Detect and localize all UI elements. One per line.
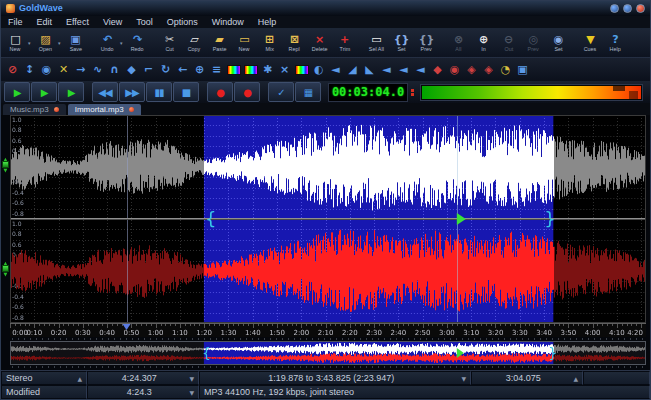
pause-button[interactable]: ▮▮ [146, 82, 172, 102]
open-button[interactable]: ▨Open [33, 30, 58, 56]
overview-canvas[interactable] [10, 338, 646, 368]
save-button[interactable]: ▣Save [63, 30, 88, 56]
fx-pan-button[interactable]: ⊕ [191, 61, 208, 79]
stop-button[interactable]: ■ [173, 82, 199, 102]
fx-volume-match-button[interactable]: ◄ [395, 61, 412, 79]
record-button[interactable]: ● [207, 82, 233, 102]
fx-time-warp-button[interactable]: ← [174, 61, 191, 79]
fx-silence-button[interactable]: ◐ [310, 61, 327, 79]
status-file-format-text: MP3 44100 Hz, 192 kbps, joint stereo [204, 387, 645, 397]
fx-spectrum-filter-button[interactable] [293, 61, 310, 79]
paste-button[interactable]: ▰Paste [207, 30, 232, 56]
fx-volume-shape-button[interactable]: ◄ [378, 61, 395, 79]
right-channel-marker[interactable]: ▲▼ [1, 261, 10, 276]
prev-selection-button[interactable]: {}Prev [414, 30, 439, 56]
zoom-all-icon: ⊗ [454, 34, 463, 46]
fx-equalizer-button[interactable] [225, 61, 242, 79]
transport-bar: ▶▶▶◀◀▶▶▮▮■●●✓▦ 00:03:04.0 [1, 81, 650, 103]
status-playback-position-spinner[interactable]: ▲ [573, 375, 578, 382]
status-file-length-spinner[interactable]: ▼ [189, 375, 194, 382]
transport-buttons: ▶▶▶◀◀▶▶▮▮■●●✓▦ [4, 82, 321, 102]
fx-max-volume-button[interactable]: ◄ [412, 61, 429, 79]
paste-new-button[interactable]: ▭New [232, 30, 257, 56]
zoom-out-label: Out [504, 46, 513, 52]
fx-flanger-button[interactable]: ∿ [89, 61, 106, 79]
status-length-short-spinner[interactable]: ▼ [189, 389, 194, 396]
menu-edit[interactable]: Edit [30, 17, 60, 27]
redo-button[interactable]: ↷Redo [125, 30, 150, 56]
tab-label: Immortal.mp3 [75, 105, 124, 114]
monitor-button[interactable]: ✓ [268, 82, 294, 102]
visuals-button[interactable]: ▦ [295, 82, 321, 102]
menu-effect[interactable]: Effect [59, 17, 96, 27]
tab-immortal-mp3[interactable]: Immortal.mp3 [68, 104, 141, 115]
fx-echo-button[interactable]: ⌐ [140, 61, 157, 79]
select-all-button[interactable]: ▭Sel All [364, 30, 389, 56]
menu-help[interactable]: Help [251, 17, 284, 27]
undo-button[interactable]: ↶Undo [95, 30, 120, 56]
copy-button[interactable]: ▱Copy [182, 30, 207, 56]
fx-playback-rate-button[interactable]: ◔ [497, 61, 514, 79]
fx-pitch-button[interactable]: ◉ [38, 61, 55, 79]
fx-equalizer-bands-button[interactable] [242, 61, 259, 79]
fx-voice-over-button[interactable]: ◉ [446, 61, 463, 79]
rewind-button[interactable]: ◀◀ [92, 82, 118, 102]
fx-compressor-button[interactable]: ↕ [21, 61, 38, 79]
fx-equalizer-icon [227, 65, 241, 75]
status-selection-range-spinner[interactable]: ▼ [461, 375, 466, 382]
menu-window[interactable]: Window [205, 17, 251, 27]
play-selection-button[interactable]: ▶ [31, 82, 57, 102]
delete-button[interactable]: ×Delete [307, 30, 332, 56]
cut-button[interactable]: ✂Cut [157, 30, 182, 56]
minimize-button[interactable] [610, 4, 619, 13]
fx-dynamics-button[interactable]: ◆ [123, 61, 140, 79]
play-fast-button[interactable]: ▶ [58, 82, 84, 102]
status-channel-mode-spinner[interactable]: ▲ [77, 375, 82, 382]
menu-file[interactable]: File [1, 17, 30, 27]
fx-offset-button[interactable]: → [72, 61, 89, 79]
fx-reduce-vocals-button[interactable]: ◈ [463, 61, 480, 79]
zoom-selection-button[interactable]: ◉Set [546, 30, 571, 56]
fx-comment-button[interactable]: ▣ [514, 61, 531, 79]
fx-parametric-eq-button[interactable]: ≡ [208, 61, 225, 79]
status-file-length[interactable]: 4:24.307▼ [87, 371, 199, 385]
fast-forward-button[interactable]: ▶▶ [119, 82, 145, 102]
fx-stereo-expander-button[interactable]: ◈ [480, 61, 497, 79]
fx-reverse-button[interactable]: ↻ [157, 61, 174, 79]
fx-fade-in-button[interactable]: ◢ [344, 61, 361, 79]
fx-mechanize-button[interactable]: ✕ [55, 61, 72, 79]
redo-icon: ↷ [133, 34, 142, 46]
maximize-button[interactable] [623, 4, 632, 13]
menu-options[interactable]: Options [160, 17, 205, 27]
fx-noise-reduction-button[interactable]: × [276, 61, 293, 79]
trim-button[interactable]: +Trim [332, 30, 357, 56]
waveform-canvas[interactable] [10, 115, 646, 337]
tab-music-mp3[interactable]: Music.mp3 [3, 104, 66, 115]
fx-volume-down-button[interactable]: ◄ [327, 61, 344, 79]
left-channel-marker[interactable]: ▲▼ [1, 157, 10, 172]
fx-disable-button[interactable]: ⊘ [4, 61, 21, 79]
zoom-in-button[interactable]: ⊕In [471, 30, 496, 56]
fx-stereo-center-button[interactable]: ◆ [429, 61, 446, 79]
set-selection-button[interactable]: {}Set [389, 30, 414, 56]
status-length-short[interactable]: 4:24.3▼ [87, 385, 199, 399]
status-playback-position[interactable]: 3:04.075▲ [471, 371, 583, 385]
status-channel-mode[interactable]: Stereo▲ [1, 371, 87, 385]
menu-tool[interactable]: Tool [129, 17, 160, 27]
menu-view[interactable]: View [96, 17, 129, 27]
play-button[interactable]: ▶ [4, 82, 30, 102]
cues-button[interactable]: ▼Cues [578, 30, 603, 56]
replace-button[interactable]: ⊠Repl [282, 30, 307, 56]
close-button[interactable] [636, 4, 645, 13]
save-icon: ▣ [70, 34, 80, 46]
fx-fade-out-button[interactable]: ◣ [361, 61, 378, 79]
title-bar[interactable]: GoldWave [1, 1, 650, 16]
document-tabs: Music.mp3Immortal.mp3 [1, 103, 650, 115]
status-selection-range[interactable]: 1:19.878 to 3:43.825 (2:23.947)▼ [199, 371, 471, 385]
fx-interpolate-button[interactable]: ✱ [259, 61, 276, 79]
new-button[interactable]: □New [3, 30, 28, 56]
help-button[interactable]: ?Help [603, 30, 628, 56]
fx-doppler-button[interactable]: ∩ [106, 61, 123, 79]
record-selection-button[interactable]: ● [234, 82, 260, 102]
mix-button[interactable]: ⊞Mix [257, 30, 282, 56]
